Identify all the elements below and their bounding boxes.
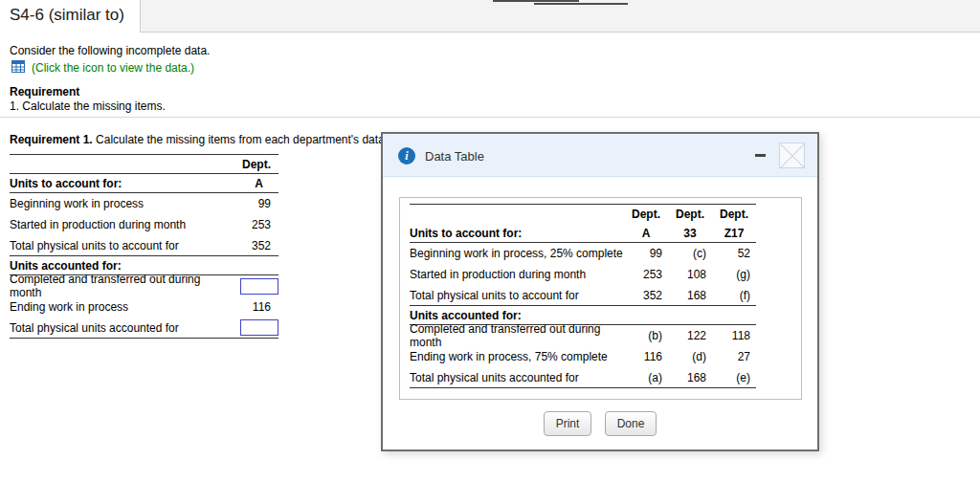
table-row: Total physical units to account for 352 [10, 235, 278, 256]
row-label: Beginning work in process, 25% complete [410, 247, 624, 260]
row-value: (c) [668, 247, 712, 260]
row-value: 99 [217, 197, 278, 210]
row-value: 253 [624, 268, 668, 281]
row-value: (e) [712, 371, 756, 384]
done-button[interactable]: Done [605, 411, 657, 436]
requirement-heading: Requirement [10, 85, 79, 99]
row-value: (a) [624, 371, 668, 384]
row-label: Completed and transferred out during mon… [410, 322, 624, 349]
table-row: Total physical units accounted for [10, 318, 278, 339]
row-label: Beginning work in process [10, 197, 217, 210]
row-value: (b) [624, 329, 668, 342]
row-value: (g) [712, 268, 756, 281]
row-value: 118 [712, 329, 756, 342]
data-table-icon[interactable] [11, 60, 25, 76]
dialog-button-bar: Print Done [383, 411, 817, 436]
row-value: (d) [668, 350, 712, 363]
dept-column-subheader: A [624, 227, 668, 240]
table-row: Completed and transferred out during mon… [410, 325, 756, 346]
section-label: Units accounted for: [410, 309, 624, 322]
data-table: Dept. Dept. Dept. Units to account for: … [410, 204, 756, 388]
dept-column-header: Dept. [624, 208, 668, 221]
worksheet-table: Dept. Units to account for: A Beginning … [10, 154, 278, 339]
table-row: Ending work in process 116 [10, 296, 278, 318]
table-row: Total physical units accounted for (a) 1… [410, 367, 756, 388]
row-label: Ending work in process [10, 300, 217, 314]
section-row: Units to account for: A 33 Z17 [410, 224, 756, 243]
table-row: Started in production during month 253 [10, 214, 278, 235]
row-value: 108 [668, 268, 712, 281]
top-bar [0, 0, 980, 33]
table-row: Started in production during month 253 1… [410, 264, 756, 285]
print-button[interactable]: Print [544, 411, 592, 436]
requirement-item: 1. Calculate the missing items. [10, 99, 166, 113]
row-value: 116 [624, 350, 668, 363]
dept-header-row: Dept. Dept. Dept. [410, 205, 756, 224]
worksheet-section-row: Units to account for: A [10, 174, 278, 193]
table-row: Beginning work in process, 25% complete … [410, 243, 756, 264]
worksheet-title: Requirement 1. Calculate the missing ite… [10, 133, 388, 146]
dept-column-header: Dept. [217, 158, 278, 171]
info-icon: i [398, 147, 415, 164]
dept-column-header: Dept. [668, 208, 712, 221]
section-divider [0, 117, 980, 118]
worksheet-dept-header-row: Dept. [10, 155, 278, 174]
row-label: Completed and transferred out during mon… [10, 273, 217, 299]
worksheet-title-bold: Requirement 1. [10, 133, 93, 146]
dialog-header: i Data Table [383, 134, 817, 177]
intro-text: Consider the following incomplete data. [10, 44, 210, 57]
view-data-link[interactable]: (Click the icon to view the data.) [32, 61, 194, 75]
table-row: Ending work in process, 75% complete 116… [410, 346, 756, 367]
row-value: 52 [712, 247, 756, 260]
row-value: 99 [624, 247, 668, 260]
row-label: Started in production during month [10, 218, 217, 231]
dept-column-subheader: 33 [668, 227, 712, 240]
row-value: 352 [624, 289, 668, 302]
minimize-icon[interactable] [755, 154, 766, 157]
row-label: Total physical units accounted for [410, 371, 624, 384]
row-value: 27 [712, 350, 756, 363]
row-value: 168 [668, 289, 712, 302]
section-label: Units accounted for: [10, 259, 217, 273]
table-row: Total physical units to account for 352 … [410, 285, 756, 306]
row-value: 122 [668, 329, 712, 342]
section-label: Units to account for: [410, 227, 624, 240]
dialog-title: Data Table [425, 149, 484, 164]
row-value: 253 [217, 218, 278, 231]
data-table-dialog: i Data Table Dept. Dept. Dept. Units to … [381, 132, 819, 451]
dept-column-header: Dept. [712, 208, 756, 221]
row-label: Started in production during month [410, 268, 624, 281]
completed-transferred-input[interactable] [240, 278, 278, 295]
row-label: Ending work in process, 75% complete [410, 350, 624, 363]
dept-column-subheader: A [217, 177, 278, 190]
worksheet-title-rest: Calculate the missing items from each de… [93, 133, 388, 146]
page-title: S4-6 (similar to) [0, 0, 141, 33]
row-label: Total physical units accounted for [10, 321, 217, 335]
row-value: 116 [217, 300, 278, 314]
table-row: Completed and transferred out during mon… [10, 275, 278, 296]
data-table-panel: Dept. Dept. Dept. Units to account for: … [399, 197, 802, 400]
close-icon[interactable] [779, 142, 805, 168]
row-value: 352 [217, 239, 278, 252]
cropped-ui-artifact [534, 3, 628, 5]
total-accounted-input[interactable] [240, 319, 278, 336]
table-row: Beginning work in process 99 [10, 193, 278, 214]
row-label: Total physical units to account for [410, 289, 624, 302]
dept-column-subheader: Z17 [712, 227, 756, 240]
row-value: (f) [712, 289, 756, 302]
cropped-ui-artifact [493, 0, 579, 2]
row-label: Total physical units to account for [10, 239, 217, 252]
section-label: Units to account for: [10, 177, 217, 190]
row-value: 168 [668, 371, 712, 384]
